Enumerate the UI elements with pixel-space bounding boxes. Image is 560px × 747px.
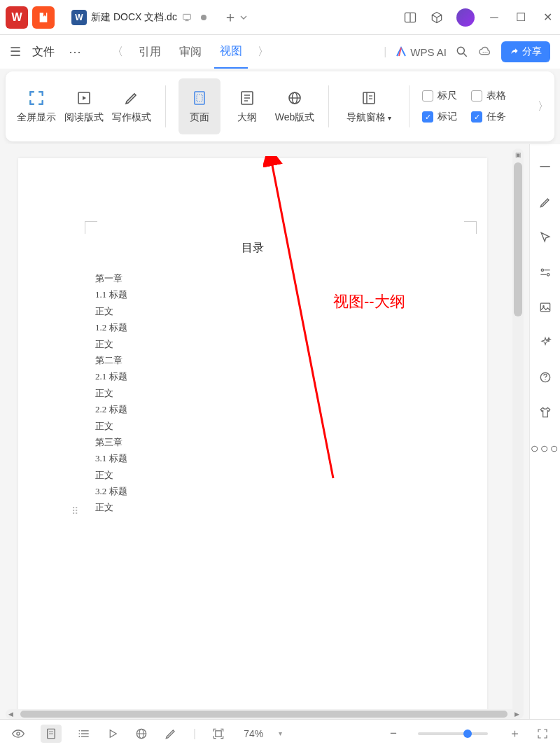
- nav-pane-button[interactable]: 导航窗格 ▾: [342, 78, 396, 134]
- ai-logo-icon: [395, 46, 407, 58]
- svg-rect-10: [197, 95, 202, 102]
- new-tab-button[interactable]: ＋: [223, 8, 247, 27]
- image-icon[interactable]: [538, 300, 552, 314]
- marks-checkbox[interactable]: ✓标记: [422, 111, 457, 123]
- document-page[interactable]: 目录 第一章1.1 标题正文1.2 标题正文第二章2.1 标题正文2.2 标题正…: [18, 158, 487, 719]
- panel-icon[interactable]: [403, 11, 417, 25]
- zoom-slider-thumb[interactable]: [463, 729, 472, 738]
- svg-rect-44: [216, 730, 221, 736]
- document-title: 新建 DOCX 文档.dc: [91, 11, 177, 24]
- zoom-in-button[interactable]: ＋: [509, 725, 521, 741]
- cloud-icon[interactable]: [477, 44, 493, 60]
- file-menu[interactable]: 文件: [32, 45, 55, 60]
- task-checkbox[interactable]: ✓任务: [471, 111, 506, 123]
- zoom-slider[interactable]: [418, 732, 488, 735]
- share-icon: [510, 47, 519, 57]
- drag-handle-icon[interactable]: ⠿: [71, 505, 80, 517]
- unsaved-dot-icon: [201, 15, 206, 20]
- divider: [409, 85, 410, 127]
- statusbar: | 74% ▾ − ＋: [0, 719, 560, 747]
- minimize-button[interactable]: ─: [487, 11, 501, 24]
- horizontal-scrollbar[interactable]: ◀ ▶: [6, 709, 522, 719]
- svg-point-39: [79, 733, 80, 734]
- svg-rect-18: [363, 92, 374, 104]
- vertical-scrollbar[interactable]: ▣: [512, 148, 524, 719]
- outline-item: 第三章: [95, 434, 410, 450]
- more-icon[interactable]: ○○○: [530, 440, 559, 456]
- svg-line-4: [464, 54, 467, 57]
- page-scroll-area[interactable]: 目录 第一章1.1 标题正文1.2 标题正文第二章2.1 标题正文2.2 标题正…: [0, 144, 529, 719]
- more-menu[interactable]: ⋯: [69, 44, 81, 60]
- zoom-out-button[interactable]: −: [390, 727, 397, 741]
- wps-app-tab[interactable]: W: [6, 6, 28, 29]
- document-tab[interactable]: W 新建 DOCX 文档.dc: [63, 3, 215, 32]
- fullscreen-button[interactable]: 全屏显示: [15, 78, 57, 134]
- svg-point-40: [79, 736, 80, 737]
- close-button[interactable]: ✕: [540, 11, 554, 24]
- scrollbar-thumb[interactable]: [20, 711, 507, 718]
- page-view-button[interactable]: 页面: [178, 78, 220, 134]
- page-layout-icon[interactable]: [41, 725, 62, 743]
- menu-quote[interactable]: 引用: [133, 35, 167, 69]
- zoom-value[interactable]: 74%: [244, 728, 263, 739]
- titlebar: W W 新建 DOCX 文档.dc ＋ ─ ☐ ✕: [0, 0, 560, 35]
- shirt-icon[interactable]: [538, 405, 552, 419]
- sparkle-icon[interactable]: [538, 335, 552, 349]
- svg-point-25: [547, 274, 549, 276]
- web-layout-button[interactable]: Web版式: [274, 78, 316, 134]
- outline-item: 第二章: [95, 352, 410, 368]
- divider: [328, 85, 329, 127]
- list-icon[interactable]: [77, 727, 91, 741]
- menu-view[interactable]: 视图: [214, 35, 248, 69]
- fit-icon[interactable]: [211, 727, 225, 741]
- expand-icon[interactable]: [536, 727, 549, 740]
- search-icon[interactable]: [455, 45, 469, 59]
- globe-icon[interactable]: [134, 727, 148, 741]
- svg-point-38: [79, 730, 80, 732]
- reading-layout-button[interactable]: 阅读版式: [63, 78, 105, 134]
- play-icon[interactable]: [106, 727, 119, 740]
- settings-icon[interactable]: [538, 265, 552, 279]
- share-button[interactable]: 分享: [501, 41, 550, 62]
- outline-item: 正文: [95, 418, 410, 434]
- cursor-icon[interactable]: [538, 230, 552, 244]
- nav-next[interactable]: 〉: [258, 45, 269, 60]
- cube-icon[interactable]: [430, 11, 444, 25]
- web-icon: [286, 89, 304, 107]
- svg-rect-9: [195, 92, 204, 104]
- svg-rect-27: [540, 303, 550, 312]
- eye-icon[interactable]: [11, 727, 25, 741]
- outline-item: 2.2 标题: [95, 401, 410, 417]
- scrollbar-thumb[interactable]: [514, 162, 522, 316]
- margin-corner: [85, 221, 97, 234]
- svg-point-31: [17, 732, 20, 734]
- outline-icon: [238, 89, 256, 107]
- hamburger-icon[interactable]: ☰: [10, 44, 21, 60]
- writing-mode-button[interactable]: 写作模式: [111, 78, 153, 134]
- wps-ai-button[interactable]: WPS AI: [395, 46, 447, 58]
- pdf-app-tab[interactable]: [32, 6, 55, 29]
- outline-item: 正文: [95, 467, 410, 483]
- table-checkbox[interactable]: 表格: [471, 90, 506, 102]
- help-icon[interactable]: [538, 370, 552, 384]
- scrollbar-top-icon: ▣: [512, 151, 524, 158]
- maximize-button[interactable]: ☐: [514, 11, 528, 24]
- nav-pane-icon: [360, 89, 378, 107]
- fullscreen-icon: [27, 89, 46, 107]
- user-avatar[interactable]: [456, 8, 475, 27]
- ribbon-expand[interactable]: 〉: [538, 99, 549, 114]
- right-toolbar: ─ ○○○: [529, 144, 560, 719]
- collapse-icon[interactable]: ─: [540, 158, 550, 174]
- menubar: ☰ 文件 ⋯ 〈 引用 审阅 视图 〉 | WPS AI 分享: [0, 35, 560, 69]
- edit-icon[interactable]: [538, 195, 552, 209]
- menu-review[interactable]: 审阅: [174, 35, 207, 69]
- svg-point-3: [457, 47, 464, 54]
- pdf-icon: [38, 12, 49, 23]
- outline-button[interactable]: 大纲: [226, 78, 268, 134]
- document-heading: 目录: [241, 241, 264, 256]
- ruler-checkbox[interactable]: 标尺: [422, 90, 457, 102]
- nav-prev[interactable]: 〈: [112, 45, 123, 60]
- brush-icon[interactable]: [164, 727, 178, 741]
- svg-point-7: [486, 52, 487, 53]
- outline-item: 正文: [95, 499, 410, 515]
